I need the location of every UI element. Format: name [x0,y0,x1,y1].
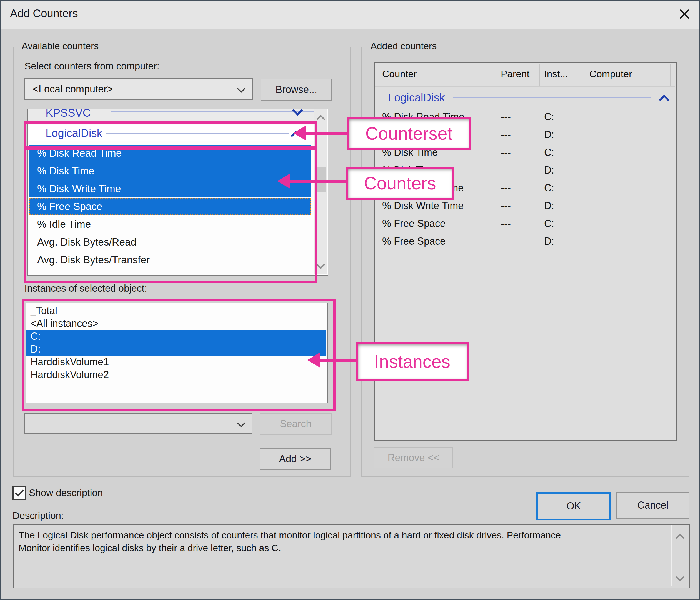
added-counters-group-label: Added counters [367,41,440,51]
select-computer-label: Select counters from computer: [24,60,159,72]
cell-parent: --- [501,197,511,215]
tree-rule [453,97,651,98]
header-separator [584,64,584,86]
counterset-name: KPSSVC [46,109,91,120]
close-button[interactable] [677,6,692,22]
cell-parent: --- [501,108,511,126]
cell-inst: D: [544,197,554,215]
instances-arrowhead-icon [307,352,320,368]
header-separator [670,64,671,86]
ok-button[interactable]: OK [536,492,611,520]
cell-inst: D: [544,126,554,144]
cancel-button[interactable]: Cancel [617,492,690,519]
counters-callout: Counters [346,167,454,200]
added-counter-row[interactable]: % Free Space --- D: [375,232,675,250]
column-header-inst[interactable]: Inst... [544,63,568,85]
cell-parent: --- [501,179,511,197]
column-header-counter[interactable]: Counter [382,63,417,85]
added-counter-row[interactable]: % Free Space --- C: [375,215,675,232]
available-counters-group-label: Available counters [18,41,102,51]
chevron-down-icon [237,419,246,427]
browse-button[interactable]: Browse... [261,79,332,101]
search-button[interactable]: Search [260,413,332,435]
cell-inst: D: [544,161,554,179]
instances-arrow [320,358,357,362]
computer-combobox-value: <Local computer> [33,79,113,99]
show-description-checkbox[interactable] [12,486,26,500]
counterset-arrow [305,132,348,135]
column-header-computer[interactable]: Computer [590,63,632,85]
scroll-down-icon[interactable] [676,573,684,581]
dialog-title: Add Counters [10,7,78,20]
search-combobox[interactable] [24,413,252,433]
counters-highlight-box [24,146,317,283]
add-button[interactable]: Add >> [260,448,330,470]
added-counterset-name: LogicalDisk [388,89,445,106]
counters-arrowhead-icon [277,174,290,189]
cell-parent: --- [501,161,511,179]
scroll-up-icon[interactable] [317,115,325,123]
added-counterset-row[interactable]: LogicalDisk [375,89,675,106]
chevron-down-icon[interactable] [292,109,303,116]
add-counters-dialog: Add Counters Available counters Select c… [0,0,700,600]
instances-callout: Instances [355,342,469,381]
instances-highlight-box [22,299,335,411]
description-line: The Logical Disk performance object cons… [19,529,561,542]
cell-inst: C: [544,215,554,232]
computer-combobox[interactable]: <Local computer> [24,78,253,100]
description-box: The Logical Disk performance object cons… [13,524,690,588]
column-header-parent[interactable]: Parent [501,63,529,85]
title-bar: Add Counters [0,0,700,29]
counterset-arrowhead-icon [293,126,306,141]
header-separator [540,64,540,86]
header-underline [375,86,675,87]
cell-inst: C: [544,108,554,126]
cell-inst: D: [544,232,554,250]
checkmark-icon [15,487,24,497]
counters-arrow [290,180,347,183]
cell-parent: --- [501,126,511,144]
cell-parent: --- [501,232,511,250]
counterset-callout: Counterset [347,117,471,150]
description-label: Description: [12,510,64,521]
description-scrollbar[interactable] [671,525,688,586]
chevron-down-icon [237,85,246,93]
show-description-label[interactable]: Show description [29,487,103,498]
header-separator [495,64,495,86]
cell-counter: % Free Space [382,232,446,250]
scroll-down-icon[interactable] [317,260,325,269]
description-line: Monitor identifies logical disks by thei… [19,542,281,554]
instances-label: Instances of selected object: [24,283,147,294]
cell-inst: C: [544,179,554,197]
cell-counter: % Free Space [382,215,446,232]
remove-button[interactable]: Remove << [374,447,453,468]
cell-parent: --- [501,144,511,161]
chevron-up-icon[interactable] [659,95,670,105]
scroll-up-icon[interactable] [676,533,684,542]
tree-rule [111,111,315,112]
cell-parent: --- [501,215,511,232]
cell-inst: C: [544,144,554,161]
